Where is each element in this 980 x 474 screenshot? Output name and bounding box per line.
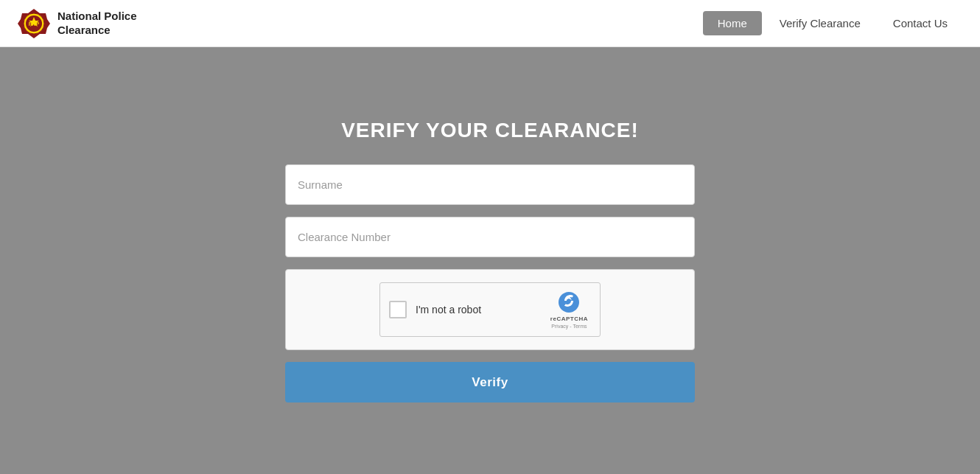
verify-form: I'm not a robot reCAPTCHA Privacy - Term… <box>285 164 695 402</box>
main-content: VERIFY YOUR CLEARANCE! I'm not a robot <box>0 47 980 474</box>
nav-contact-us[interactable]: Contact Us <box>878 11 962 35</box>
page-title: VERIFY YOUR CLEARANCE! <box>341 119 639 142</box>
captcha-left: I'm not a robot <box>389 301 481 318</box>
navbar: PNP National Police Clearance Home Verif… <box>0 0 980 47</box>
surname-input[interactable] <box>285 164 695 205</box>
nav-home[interactable]: Home <box>703 11 762 35</box>
recaptcha-subtext: Privacy - Terms <box>551 324 587 329</box>
police-badge-icon: PNP <box>18 7 50 40</box>
recaptcha-brand-text: reCAPTCHA <box>550 316 588 322</box>
verify-button[interactable]: Verify <box>285 362 695 402</box>
recaptcha-logo-icon <box>557 290 581 314</box>
brand-logo-link[interactable]: PNP National Police Clearance <box>18 7 137 40</box>
nav-verify-clearance[interactable]: Verify Clearance <box>765 11 875 35</box>
recaptcha-widget[interactable]: I'm not a robot reCAPTCHA Privacy - Term… <box>379 282 601 337</box>
captcha-checkbox[interactable] <box>389 301 407 318</box>
clearance-number-input[interactable] <box>285 217 695 257</box>
nav-links: Home Verify Clearance Contact Us <box>703 11 962 35</box>
captcha-label: I'm not a robot <box>416 304 481 316</box>
captcha-right: reCAPTCHA Privacy - Terms <box>550 290 588 329</box>
captcha-container: I'm not a robot reCAPTCHA Privacy - Term… <box>285 269 695 350</box>
brand-name: National Police Clearance <box>57 10 137 38</box>
